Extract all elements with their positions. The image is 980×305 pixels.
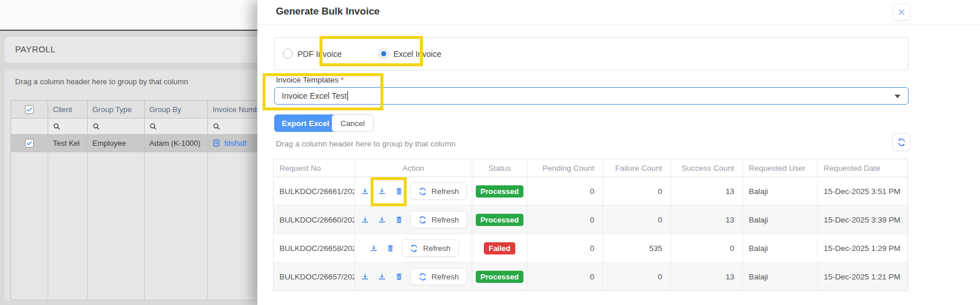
row-refresh-button[interactable]: Refresh: [410, 182, 467, 200]
refresh-icon: [418, 187, 427, 196]
cell-failure-count: 0: [603, 206, 671, 234]
row-checkbox[interactable]: [25, 139, 34, 148]
radio-circle-icon: [283, 49, 293, 59]
download-button[interactable]: [360, 271, 371, 282]
cell-requested-date: 15-Dec-2025 1:29 PM: [818, 234, 907, 262]
radio-circle-icon: [379, 49, 389, 59]
row-refresh-button[interactable]: Refresh: [410, 211, 467, 228]
payroll-filter-row: [11, 119, 257, 135]
download-button[interactable]: [376, 271, 388, 282]
cell-requested-user: Balaji: [743, 234, 818, 262]
payroll-grid-panel: Drag a column header here to group by th…: [5, 70, 257, 301]
cell-pending-count: 0: [527, 206, 603, 234]
column-header-failure-count[interactable]: Failure Count: [603, 159, 671, 177]
download-button[interactable]: [376, 214, 388, 225]
cell-failure-count: 0: [603, 177, 671, 205]
table-row: BULKDOC/26657/2025 Refresh Processed 0 0…: [274, 263, 907, 290]
filter-cell-invoice-number[interactable]: [208, 119, 258, 135]
delete-button[interactable]: [393, 271, 405, 282]
column-header-group-by[interactable]: Group By: [145, 101, 208, 119]
column-header-requested-date[interactable]: Requested Date: [818, 159, 907, 177]
cell-failure-count: 535: [603, 234, 671, 262]
table-row: BULKDOC/26658/2025 Refresh Failed 0 535 …: [274, 234, 907, 263]
delete-button[interactable]: [393, 185, 405, 197]
delete-button[interactable]: [385, 242, 396, 254]
invoice-template-combobox[interactable]: Invoice Excel Test: [274, 87, 909, 105]
cell-status: Failed: [472, 234, 527, 262]
filter-cell-group-type[interactable]: [88, 119, 145, 135]
cell-request-no: BULKDOC/26661/2025: [274, 177, 355, 205]
select-all-cell[interactable]: [11, 101, 48, 119]
cell-client: Test Kel: [48, 135, 88, 152]
dialog-title: Generate Bulk Invoice: [276, 6, 380, 17]
select-all-checkbox[interactable]: [25, 105, 34, 114]
download-button[interactable]: [360, 185, 371, 197]
trash-icon: [386, 244, 394, 253]
filter-cell-client[interactable]: [48, 119, 88, 135]
column-header-requested-user[interactable]: Requested User: [743, 159, 818, 177]
download-button[interactable]: [368, 242, 379, 254]
cell-requested-date: 15-Dec-2025 3:39 PM: [818, 206, 907, 234]
row-refresh-button[interactable]: Refresh: [410, 268, 467, 285]
invoice-number-link[interactable]: fdsfsdf: [224, 139, 246, 148]
refresh-icon: [418, 272, 427, 281]
delete-button[interactable]: [393, 214, 405, 225]
check-icon: [26, 140, 33, 146]
radio-excel-invoice[interactable]: Excel Invoice: [379, 49, 441, 59]
cell-pending-count: 0: [527, 177, 603, 205]
cell-pending-count: 0: [527, 263, 603, 290]
combobox-value: Invoice Excel Test: [282, 91, 347, 101]
table-row: BULKDOC/26661/2025 Refresh Processed 0 0…: [274, 177, 907, 206]
cell-failure-count: 0: [603, 263, 671, 290]
download-icon: [378, 187, 386, 196]
table-row: BULKDOC/26660/2025 Refresh Processed 0 0…: [274, 206, 907, 234]
filter-cell-group-by[interactable]: [145, 119, 208, 135]
cancel-button[interactable]: Cancel: [332, 114, 374, 132]
download-icon: [361, 216, 369, 224]
close-button[interactable]: [893, 3, 910, 20]
column-header-status[interactable]: Status: [472, 159, 527, 177]
download-button[interactable]: [376, 185, 388, 197]
cell-action: Refresh: [355, 234, 472, 262]
cell-requested-date: 15-Dec-2025 3:51 PM: [818, 177, 907, 205]
generate-bulk-invoice-dialog: Generate Bulk Invoice PDF Invoice Excel …: [257, 0, 980, 305]
row-refresh-button[interactable]: Refresh: [401, 239, 458, 257]
column-header-success-count[interactable]: Success Count: [671, 159, 743, 177]
column-header-group-type[interactable]: Group Type: [88, 101, 145, 119]
cell-action: Refresh: [355, 177, 472, 205]
modal-group-by-hint: Drag a column header here to group by th…: [276, 139, 455, 148]
download-icon: [369, 244, 378, 253]
column-header-request-no[interactable]: Request No: [274, 159, 355, 177]
cell-requested-user: Balaji: [743, 177, 818, 205]
invoice-doc-icon: [213, 139, 221, 148]
refresh-icon: [897, 138, 906, 147]
radio-excel-label: Excel Invoice: [393, 49, 441, 59]
status-badge: Failed: [484, 242, 515, 254]
payroll-row[interactable]: Test Kel Employee Adam (K-1000) fdsfsdf: [11, 135, 257, 152]
grid-refresh-button[interactable]: [892, 133, 910, 151]
cell-status: Processed: [472, 263, 527, 290]
download-button[interactable]: [360, 214, 371, 225]
radio-pdf-invoice[interactable]: PDF Invoice: [283, 49, 342, 59]
page-title: PAYROLL: [15, 44, 56, 54]
column-header-client[interactable]: Client: [48, 101, 88, 119]
trash-icon: [395, 216, 403, 224]
payroll-empty-grid: [11, 152, 257, 300]
dropdown-caret-icon[interactable]: [895, 95, 900, 98]
row-checkbox-cell[interactable]: [11, 135, 48, 152]
cell-requested-date: 15-Dec-2025 1:21 PM: [818, 263, 907, 290]
invoice-templates-label: Invoice Templates *: [276, 76, 344, 84]
close-icon: [898, 8, 906, 16]
radio-selected-dot: [381, 51, 386, 56]
column-header-pending-count[interactable]: Pending Count: [527, 159, 603, 177]
refresh-label: Refresh: [432, 216, 459, 224]
screen: PAYROLL Drag a column header here to gro…: [0, 0, 980, 305]
required-asterisk: *: [341, 76, 344, 84]
refresh-icon: [410, 244, 418, 253]
column-header-invoice-number[interactable]: Invoice Number: [208, 101, 258, 119]
export-excel-button[interactable]: Export Excel: [274, 114, 337, 132]
column-header-action[interactable]: Action: [355, 159, 472, 177]
invoice-type-radio-group: PDF Invoice Excel Invoice: [274, 37, 909, 70]
download-icon: [378, 216, 386, 224]
payroll-table: Client Group Type Group By Invoice Numbe…: [10, 100, 257, 300]
